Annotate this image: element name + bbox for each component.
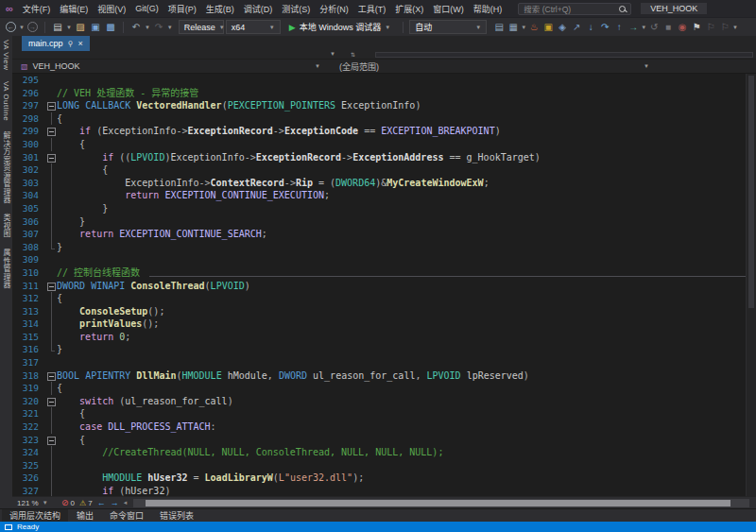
- code-line[interactable]: 305 }: [12, 202, 756, 215]
- outlining-margin[interactable]: [46, 125, 57, 138]
- search-box[interactable]: 搜索 (Ctrl+Q): [518, 3, 631, 15]
- run-to-cursor-icon[interactable]: →: [627, 21, 640, 34]
- code-line[interactable]: 297LONG CALLBACK VectoredHandler(PEXCEPT…: [12, 99, 756, 112]
- menu-analyze[interactable]: 分析(N): [315, 2, 353, 16]
- panel-tab-command-window[interactable]: 命令窗口: [102, 509, 151, 522]
- outlining-margin[interactable]: [46, 395, 57, 408]
- code-line[interactable]: 299 if (ExceptionInfo->ExceptionRecord->…: [12, 125, 756, 138]
- va-definition-field[interactable]: [375, 52, 753, 58]
- scroll-left-icon[interactable]: ◂: [124, 499, 128, 506]
- code-line[interactable]: 295: [12, 74, 756, 87]
- code-line[interactable]: 317: [12, 356, 756, 369]
- outlining-margin[interactable]: [46, 99, 57, 112]
- menu-edit[interactable]: 编辑(E): [55, 2, 93, 16]
- code-line[interactable]: 298{: [12, 112, 756, 126]
- side-tab-class-view[interactable]: 类视图: [1, 214, 11, 238]
- breakpoints-window-icon[interactable]: ◉: [676, 21, 689, 34]
- warning-count-badge[interactable]: ⚠ 7: [79, 499, 93, 507]
- hot-reload-icon[interactable]: ♨: [527, 21, 541, 34]
- outlining-margin[interactable]: [46, 280, 57, 293]
- menu-tools[interactable]: 工具(T): [353, 2, 391, 16]
- menu-file[interactable]: 文件(F): [18, 2, 56, 16]
- open-folder-icon[interactable]: ▨: [74, 21, 87, 34]
- step-over-icon[interactable]: ↷: [598, 21, 611, 34]
- code-line[interactable]: 311DWORD WINAPI ConsoleThread(LPVOID): [12, 280, 756, 293]
- code-line[interactable]: 306 }: [12, 215, 756, 229]
- code-line[interactable]: 300 {: [12, 138, 756, 151]
- scrollbar-thumb[interactable]: [146, 500, 730, 506]
- restart-icon[interactable]: ↺: [647, 21, 661, 34]
- symbol-scope-dropdown[interactable]: (全局范围) ▼: [326, 60, 655, 73]
- code-line[interactable]: 316}: [12, 343, 756, 356]
- menu-git[interactable]: Git(G): [130, 3, 163, 14]
- menu-window[interactable]: 窗口(W): [428, 2, 469, 16]
- project-scope-dropdown[interactable]: ▧ VEH_HOOK ▼: [12, 60, 326, 73]
- outlining-margin[interactable]: [46, 434, 57, 447]
- side-tab-va-view[interactable]: VA View: [2, 40, 10, 71]
- code-line[interactable]: 303 ExceptionInfo->ContextRecord->Rip = …: [12, 177, 756, 190]
- new-file-icon[interactable]: ▤: [51, 21, 64, 34]
- zoom-dropdown[interactable]: 121 % ▼: [17, 499, 57, 507]
- spinner-icon[interactable]: ⇅: [351, 51, 355, 58]
- code-line[interactable]: 304 return EXCEPTION_CONTINUE_EXECUTION;: [12, 189, 756, 202]
- code-line[interactable]: 322 case DLL_PROCESS_ATTACH:: [12, 420, 756, 434]
- code-line[interactable]: 319{: [12, 382, 756, 395]
- code-line[interactable]: 324 //CreateThread(NULL, NULL, ConsoleTh…: [12, 446, 756, 459]
- horizontal-scrollbar[interactable]: [133, 499, 749, 507]
- save-icon[interactable]: ▣: [89, 21, 102, 34]
- scrollbar-thumb[interactable]: [748, 76, 754, 308]
- code-line[interactable]: 312{: [12, 292, 756, 305]
- side-tab-solution-explorer[interactable]: 解决方案资源管理器: [1, 131, 11, 204]
- navigate-forward-icon[interactable]: →: [111, 498, 119, 507]
- error-count-badge[interactable]: ⊘ 0: [61, 498, 75, 507]
- hot-reload-profile-dropdown[interactable]: 自动▼: [409, 20, 487, 34]
- redo-icon[interactable]: ↷: [152, 21, 165, 34]
- menu-help[interactable]: 帮助(H): [469, 2, 507, 16]
- pin-icon[interactable]: ⚲: [68, 40, 74, 48]
- nav-back-icon[interactable]: ←: [6, 22, 16, 32]
- menu-build[interactable]: 生成(B): [201, 2, 239, 16]
- menu-debug[interactable]: 调试(D): [239, 2, 278, 16]
- code-line[interactable]: 325: [12, 459, 756, 472]
- code-line[interactable]: 327 if (hUser32): [12, 485, 756, 496]
- code-line[interactable]: 326 HMODULE hUser32 = LoadLibraryW(L"use…: [12, 472, 756, 485]
- next-bookmark-icon[interactable]: ⚐: [718, 21, 731, 34]
- code-editor[interactable]: 295296// VEH 处理函数 - 异常的接管297LONG CALLBAC…: [12, 74, 756, 496]
- panel-tab-output[interactable]: 输出: [69, 509, 101, 522]
- code-line[interactable]: 323 {: [12, 434, 756, 447]
- chevron-down-icon[interactable]: ▼: [330, 51, 335, 57]
- code-line[interactable]: 301 if ((LPVOID)ExceptionInfo->Exception…: [12, 151, 756, 164]
- start-debugging-button[interactable]: ▶ 本地 Windows 调试器 ▼: [283, 20, 397, 34]
- code-line[interactable]: 309: [12, 253, 756, 266]
- menu-view[interactable]: 视图(V): [93, 2, 130, 16]
- tab-main-cpp[interactable]: main.cpp ⚲ ×: [22, 36, 90, 51]
- code-line[interactable]: 307 return EXCEPTION_CONTINUE_SEARCH;: [12, 228, 756, 241]
- side-tab-va-outline[interactable]: VA Outline: [2, 81, 10, 121]
- menu-test[interactable]: 测试(S): [277, 2, 315, 16]
- code-line[interactable]: 318BOOL APIENTRY DllMain(HMODULE hModule…: [12, 369, 756, 383]
- code-line[interactable]: 321 {: [12, 407, 756, 420]
- find-in-files-icon[interactable]: ◈: [556, 21, 569, 34]
- save-all-icon[interactable]: ▩: [104, 21, 117, 34]
- close-icon[interactable]: ×: [77, 39, 82, 48]
- solution-platform-dropdown[interactable]: x64▼: [226, 20, 281, 34]
- menu-project[interactable]: 项目(P): [163, 2, 201, 16]
- solution-explorer-icon[interactable]: ▤: [492, 21, 506, 34]
- code-line[interactable]: 310// 控制台线程函数: [12, 266, 756, 280]
- code-line[interactable]: 315 return 0;: [12, 331, 756, 344]
- outlining-margin[interactable]: [46, 151, 57, 164]
- prev-bookmark-icon[interactable]: ⚐: [704, 21, 717, 34]
- vertical-scrollbar[interactable]: [746, 74, 756, 496]
- code-line[interactable]: 296// VEH 处理函数 - 异常的接管: [12, 87, 756, 100]
- code-line[interactable]: 313 ConsoleSetup();: [12, 305, 756, 318]
- bookmark-icon[interactable]: ⚑: [690, 21, 703, 34]
- side-tab-property-manager[interactable]: 属性管理器: [1, 249, 11, 289]
- code-line[interactable]: 302 {: [12, 163, 756, 177]
- attach-process-icon[interactable]: ↗: [570, 21, 583, 34]
- code-line[interactable]: 308}: [12, 241, 756, 254]
- solution-configuration-dropdown[interactable]: Release▼: [179, 20, 224, 34]
- outlining-margin[interactable]: [46, 369, 57, 383]
- undo-icon[interactable]: ↶: [129, 21, 143, 34]
- navigate-back-icon[interactable]: ←: [97, 498, 106, 507]
- panel-tab-error-list[interactable]: 错误列表: [152, 509, 201, 522]
